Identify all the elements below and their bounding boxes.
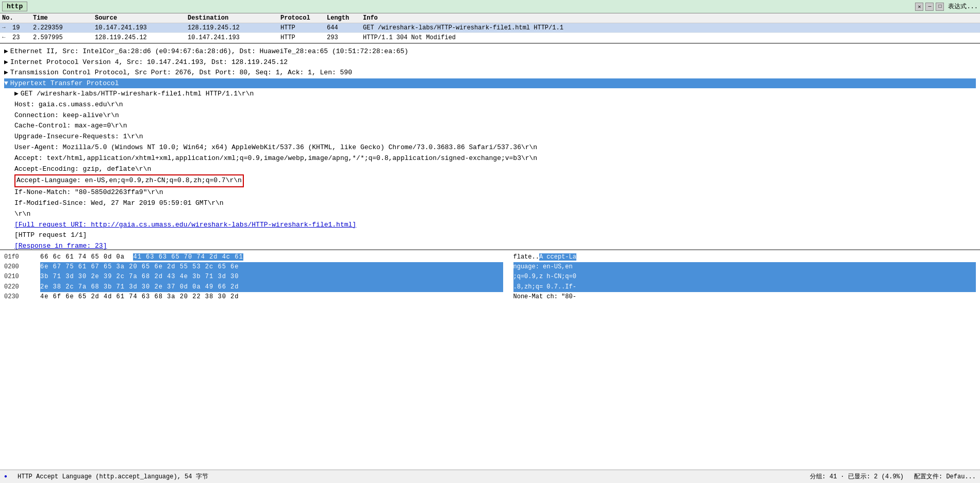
http-child-host: Host: gaia.cs.umass.edu\r\n bbox=[14, 100, 976, 110]
section-label: Transmission Control Protocol, Src Port:… bbox=[10, 69, 352, 76]
packet-dest: 10.147.241.193 bbox=[188, 34, 280, 41]
expand-arrow-icon: ▼ bbox=[4, 79, 8, 87]
hex-ascii: flate..A ccept-La bbox=[513, 252, 976, 262]
http-child-get-line: ▶GET /wireshark-labs/HTTP-wireshark-file… bbox=[14, 89, 976, 100]
expand-arrow-icon: ▶ bbox=[4, 69, 8, 76]
minimize-icon[interactable]: — bbox=[925, 3, 934, 11]
section-label: Hypertext Transfer Protocol bbox=[10, 79, 119, 87]
hex-ascii-normal: flate.. bbox=[513, 253, 539, 261]
hex-dump: 01f0 66 6c 61 74 65 0d 0a 41 63 63 65 70… bbox=[0, 250, 980, 304]
packet-proto: HTTP bbox=[280, 34, 327, 41]
hex-offset: 0210 bbox=[4, 272, 30, 282]
accept-language-value: Accept-Language: en-US,en;q=0.9,zh-CN;q=… bbox=[14, 174, 244, 187]
http-child-full-request-uri[interactable]: [Full request URI: http://gaia.cs.umass.… bbox=[14, 220, 976, 231]
close-icon[interactable]: ✕ bbox=[915, 3, 923, 11]
packet-no: 23 bbox=[12, 34, 33, 41]
restore-icon[interactable]: □ bbox=[936, 3, 944, 11]
expand-arrow-icon: ▶ bbox=[4, 47, 8, 55]
packet-no: 19 bbox=[12, 24, 33, 31]
http-child-http-request: [HTTP request 1/1] bbox=[14, 230, 976, 241]
http-child-upgrade-insecure: Upgrade-Insecure-Requests: 1\r\n bbox=[14, 132, 976, 142]
hex-bytes: 6e 67 75 61 67 65 3a 20 65 6e 2d 55 53 2… bbox=[40, 262, 503, 272]
title-bar: http ✕ — □ 表达式... bbox=[0, 0, 980, 13]
hex-ascii: None-Mat ch: "80- bbox=[513, 292, 976, 302]
http-link-full-request-uri[interactable]: [Full request URI: http://gaia.cs.umass.… bbox=[14, 221, 356, 229]
hex-rows-container: 01f0 66 6c 61 74 65 0d 0a 41 63 63 65 70… bbox=[4, 252, 976, 302]
hex-ascii: .8,zh;q= 0.7..If- bbox=[513, 282, 976, 292]
detail-section-http[interactable]: ▼Hypertext Transfer Protocol bbox=[4, 78, 976, 89]
packet-row[interactable]: ← 23 2.597995 128.119.245.12 10.147.241.… bbox=[0, 33, 980, 43]
hex-bytes-highlighted: 41 63 63 65 70 74 2d 4c 61 bbox=[133, 253, 243, 261]
sub-expand-arrow-icon: ▶ bbox=[14, 90, 19, 98]
col-header-no: No. bbox=[2, 14, 33, 22]
packet-length: 644 bbox=[327, 24, 363, 31]
hex-ascii: ;q=0.9,z h-CN;q=0 bbox=[513, 272, 976, 282]
hex-row: 0220 2e 38 2c 7a 68 3b 71 3d 30 2e 37 0d… bbox=[4, 282, 976, 292]
status-stats: 分组: 41 · 已显示: 2 (4.9%) bbox=[810, 472, 904, 481]
hex-offset: 0200 bbox=[4, 262, 30, 272]
http-child-crlf: \r\n bbox=[14, 209, 976, 220]
status-main: HTTP Accept Language (http.accept_langua… bbox=[18, 472, 800, 481]
detail-section-tcp[interactable]: ▶Transmission Control Protocol, Src Port… bbox=[4, 68, 976, 78]
http-detail-children: ▶GET /wireshark-labs/HTTP-wireshark-file… bbox=[4, 89, 976, 250]
expand-arrow-icon: ▶ bbox=[4, 58, 8, 66]
col-header-proto: Protocol bbox=[280, 14, 327, 22]
status-config: 配置文件: Defau... bbox=[914, 472, 976, 481]
hex-offset: 0230 bbox=[4, 292, 30, 302]
status-icon: ● bbox=[4, 474, 7, 479]
col-header-source: Source bbox=[95, 14, 188, 22]
http-child-user-agent: User-Agent: Mozilla/5.0 (Windows NT 10.0… bbox=[14, 142, 976, 153]
statusbar: ● HTTP Accept Language (http.accept_lang… bbox=[0, 470, 980, 483]
http-child-accept-language: Accept-Language: en-US,en;q=0.9,zh-CN;q=… bbox=[14, 174, 976, 187]
packet-source: 128.119.245.12 bbox=[95, 34, 188, 41]
http-child-accept: Accept: text/html,application/xhtml+xml,… bbox=[14, 153, 976, 164]
title-right-label: 表达式... bbox=[948, 2, 978, 11]
hex-bytes: 2e 38 2c 7a 68 3b 71 3d 30 2e 37 0d 0a 4… bbox=[40, 282, 503, 292]
hex-row: 0200 6e 67 75 61 67 65 3a 20 65 6e 2d 55… bbox=[4, 262, 976, 272]
packet-rows-container: → 19 2.229359 10.147.241.193 128.119.245… bbox=[0, 23, 980, 43]
hex-bytes: 66 6c 61 74 65 0d 0a 41 63 63 65 70 74 2… bbox=[40, 252, 503, 262]
http-child-if-none-match: If-None-Match: "80-5850d2263ffa9"\r\n bbox=[14, 187, 976, 198]
http-child-if-modified-since: If-Modified-Since: Wed, 27 Mar 2019 05:5… bbox=[14, 198, 976, 209]
filter-display: http bbox=[2, 2, 27, 11]
packet-list-header: No. Time Source Destination Protocol Len… bbox=[0, 13, 980, 23]
detail-sections-container: ▶Ethernet II, Src: IntelCor_6a:28:d6 (e0… bbox=[4, 46, 976, 250]
packet-proto: HTTP bbox=[280, 24, 327, 31]
packet-detail: ▶Ethernet II, Src: IntelCor_6a:28:d6 (e0… bbox=[0, 44, 980, 250]
col-header-info: Info bbox=[363, 14, 978, 22]
packet-row[interactable]: → 19 2.229359 10.147.241.193 128.119.245… bbox=[0, 23, 980, 33]
section-label: Internet Protocol Version 4, Src: 10.147… bbox=[10, 58, 288, 66]
hex-offset: 0220 bbox=[4, 282, 30, 292]
hex-bytes-normal: 66 6c 61 74 65 0d 0a bbox=[40, 253, 133, 261]
packet-arrow: ← bbox=[2, 34, 12, 41]
http-child-accept-encoding: Accept-Encoding: gzip, deflate\r\n bbox=[14, 164, 976, 175]
hex-bytes: 4e 6f 6e 65 2d 4d 61 74 63 68 3a 20 22 3… bbox=[40, 292, 503, 302]
packet-time: 2.597995 bbox=[33, 34, 95, 41]
http-get-line: GET /wireshark-labs/HTTP-wireshark-file1… bbox=[21, 90, 254, 98]
packet-dest: 128.119.245.12 bbox=[188, 24, 280, 31]
hex-ascii-highlighted: A ccept-La bbox=[539, 253, 576, 261]
http-link-response-in-frame[interactable]: [Response in frame: 23] bbox=[14, 242, 107, 250]
packet-length: 293 bbox=[327, 34, 363, 41]
hex-offset: 01f0 bbox=[4, 252, 30, 262]
http-child-cache-control: Cache-Control: max-age=0\r\n bbox=[14, 121, 976, 132]
http-child-connection: Connection: keep-alive\r\n bbox=[14, 110, 976, 121]
http-child-response-in-frame[interactable]: [Response in frame: 23] bbox=[14, 241, 976, 250]
packet-arrow: → bbox=[2, 24, 12, 31]
section-label: Ethernet II, Src: IntelCor_6a:28:d6 (e0:… bbox=[10, 47, 408, 55]
hex-ascii: nguage: en-US,en bbox=[513, 262, 976, 272]
detail-section-ethernet[interactable]: ▶Ethernet II, Src: IntelCor_6a:28:d6 (e0… bbox=[4, 46, 976, 57]
packet-list: No. Time Source Destination Protocol Len… bbox=[0, 13, 980, 44]
packet-info: GET /wireshark-labs/HTTP-wireshark-file1… bbox=[363, 24, 978, 31]
packet-source: 10.147.241.193 bbox=[95, 24, 188, 31]
hex-row: 01f0 66 6c 61 74 65 0d 0a 41 63 63 65 70… bbox=[4, 252, 976, 262]
hex-row: 0230 4e 6f 6e 65 2d 4d 61 74 63 68 3a 20… bbox=[4, 292, 976, 302]
hex-bytes: 3b 71 3d 30 2e 39 2c 7a 68 2d 43 4e 3b 7… bbox=[40, 272, 503, 282]
col-header-time: Time bbox=[33, 14, 95, 22]
hex-row: 0210 3b 71 3d 30 2e 39 2c 7a 68 2d 43 4e… bbox=[4, 272, 976, 282]
packet-info: HTTP/1.1 304 Not Modified bbox=[363, 34, 978, 41]
col-header-dest: Destination bbox=[188, 14, 280, 22]
packet-time: 2.229359 bbox=[33, 24, 95, 31]
detail-section-ip[interactable]: ▶Internet Protocol Version 4, Src: 10.14… bbox=[4, 57, 976, 68]
col-header-len: Length bbox=[327, 14, 363, 22]
